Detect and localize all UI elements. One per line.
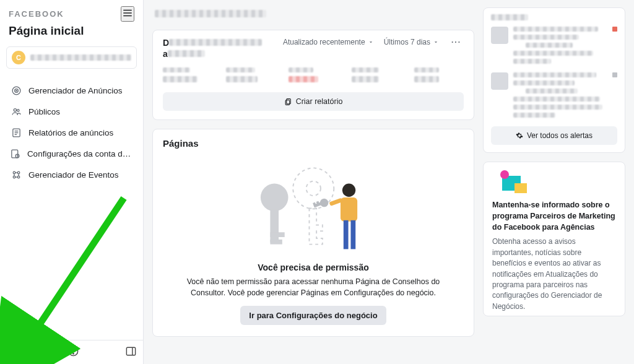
alert-status-dot	[612, 27, 617, 32]
svg-point-16	[13, 176, 15, 178]
gear-icon	[516, 132, 523, 139]
people-icon	[10, 105, 22, 118]
svg-point-33	[261, 183, 289, 211]
sidebar-item-label: Configurações da conta de an...	[27, 149, 133, 158]
search-button[interactable]	[47, 345, 59, 359]
alert-avatar	[491, 27, 508, 44]
alert-avatar	[491, 72, 508, 90]
alert-item[interactable]	[491, 27, 617, 64]
account-avatar: C	[12, 51, 25, 64]
sidebar-item-events-manager[interactable]: Gerenciador de Eventos	[4, 164, 139, 185]
sidebar-bottom-bar: 31	[0, 340, 143, 364]
svg-rect-50	[515, 183, 527, 193]
svg-point-14	[13, 171, 15, 174]
notifications-button[interactable]: 31	[27, 345, 38, 359]
alert-item[interactable]	[491, 72, 617, 118]
updated-dropdown[interactable]: Atualizado recentemente	[283, 38, 374, 46]
updated-label: Atualizado recentemente	[283, 38, 365, 46]
account-performance-card: D a Atualizado recentemente Últimos 7 di…	[152, 30, 474, 120]
see-all-alerts-label: Ver todos os alertas	[527, 131, 593, 140]
svg-rect-35	[270, 232, 284, 237]
permission-headline: Você precisa de permissão	[163, 262, 464, 272]
svg-rect-41	[344, 220, 349, 249]
go-to-business-settings-button[interactable]: Ir para Configurações do negócio	[240, 306, 386, 325]
notification-badge: 31	[32, 342, 43, 350]
performance-title-redacted: D a	[163, 38, 273, 59]
page-title: Página inicial	[9, 24, 134, 38]
sidebar-item-label: Gerenciador de Anúncios	[28, 86, 123, 95]
settings-doc-icon	[10, 147, 21, 160]
svg-point-5	[15, 90, 16, 90]
events-icon	[10, 168, 22, 181]
svg-point-15	[17, 171, 20, 174]
chevron-down-icon	[433, 39, 439, 45]
create-report-button[interactable]: Criar relatório	[163, 92, 464, 111]
permission-illustration	[163, 154, 464, 259]
alert-status-dot	[612, 72, 617, 77]
more-menu-button[interactable]: ···	[449, 38, 464, 46]
sidebar-item-label: Gerenciador de Eventos	[28, 170, 119, 180]
settings-button[interactable]	[6, 345, 18, 359]
brand-wordmark: FACEBOOK	[9, 9, 64, 19]
svg-point-7	[17, 109, 19, 111]
date-range-dropdown[interactable]: Últimos 7 dias	[384, 38, 439, 46]
account-switcher[interactable]: C	[6, 46, 137, 69]
info-body: Obtenha acesso a avisos importantes, not…	[492, 236, 616, 312]
hamburger-menu-button[interactable]	[121, 6, 134, 22]
svg-point-40	[342, 183, 355, 196]
chevron-down-icon	[368, 39, 374, 45]
target-icon	[10, 84, 22, 97]
svg-point-22	[11, 350, 14, 353]
svg-rect-39	[341, 197, 357, 221]
svg-rect-42	[350, 220, 355, 249]
sidebar: FACEBOOK Página inicial C Gerenciador de…	[0, 0, 144, 364]
see-all-alerts-button[interactable]: Ver todos os alertas	[491, 126, 617, 145]
info-graphic	[492, 170, 616, 194]
pages-section-title: Páginas	[163, 138, 464, 149]
sidebar-item-ad-reports[interactable]: Relatórios de anúncios	[4, 122, 139, 143]
svg-rect-12	[12, 150, 18, 158]
svg-point-49	[500, 170, 509, 179]
account-name-redacted	[30, 54, 131, 61]
svg-line-24	[55, 353, 58, 356]
page-header-redacted	[152, 7, 474, 21]
main-content: D a Atualizado recentemente Últimos 7 di…	[144, 0, 634, 364]
alerts-title-redacted	[491, 14, 617, 20]
svg-rect-34	[270, 209, 279, 242]
svg-point-17	[17, 176, 20, 178]
svg-rect-31	[286, 98, 290, 103]
report-copy-icon	[284, 98, 292, 106]
sidebar-item-audiences[interactable]: Públicos	[4, 101, 139, 122]
create-report-label: Criar relatório	[296, 97, 343, 106]
svg-point-6	[14, 108, 16, 111]
range-label: Últimos 7 dias	[384, 38, 430, 46]
sidebar-item-label: Públicos	[28, 107, 60, 116]
svg-point-26	[73, 353, 74, 354]
pages-card: Páginas	[152, 129, 474, 337]
performance-metrics-row	[163, 67, 464, 82]
info-title: Mantenha-se informado sobre o programa P…	[492, 199, 616, 233]
alerts-card: Ver todos os alertas	[483, 7, 625, 153]
panel-toggle-button[interactable]	[125, 345, 137, 359]
permission-description: Você não tem permissão para acessar nenh…	[180, 276, 446, 298]
sidebar-item-label: Relatórios de anúncios	[28, 128, 113, 137]
svg-rect-36	[270, 239, 282, 244]
marketing-partners-info-card: Mantenha-se informado sobre o programa P…	[483, 162, 625, 316]
sidebar-nav: Gerenciador de Anúncios Públicos Relatór…	[0, 77, 143, 340]
sidebar-item-account-settings[interactable]: Configurações da conta de an...	[4, 143, 139, 164]
svg-point-23	[49, 347, 56, 354]
report-icon	[10, 126, 22, 139]
svg-rect-27	[126, 347, 135, 355]
sidebar-item-ads-manager[interactable]: Gerenciador de Anúncios	[4, 80, 139, 101]
svg-point-38	[306, 181, 320, 195]
help-button[interactable]	[67, 345, 79, 359]
